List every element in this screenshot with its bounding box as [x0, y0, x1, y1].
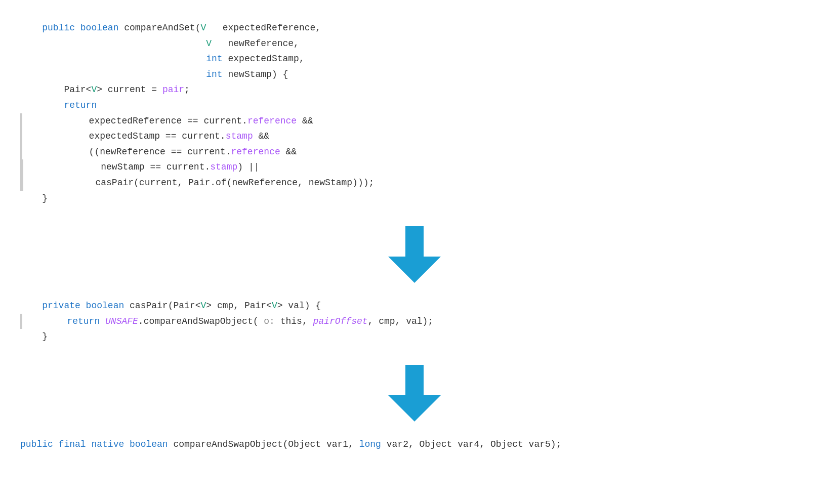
code-line-8: expectedStamp == current.stamp && — [20, 129, 809, 144]
arrow-2 — [20, 365, 809, 422]
code-line-15: } — [20, 329, 809, 345]
code-line-11: casPair(current, Pair.of(newReference, n… — [20, 175, 809, 191]
down-arrow-1 — [388, 226, 441, 283]
code-section-1: public boolean compareAndSet(V expectedR… — [20, 15, 809, 211]
arrow-1 — [20, 226, 809, 283]
code-section-3: public final native boolean compareAndSw… — [20, 432, 809, 457]
code-line-2: V newReference, — [20, 36, 809, 52]
code-line-9: ((newReference == current.reference && — [20, 144, 809, 160]
code-line-10: newStamp == current.stamp) || — [20, 159, 809, 175]
code-section-2: private boolean casPair(Pair<V> cmp, Pai… — [20, 293, 809, 350]
code-line-7: expectedReference == current.reference &… — [20, 113, 809, 129]
code-line-12: } — [20, 191, 809, 206]
code-line-14: return UNSAFE.compareAndSwapObject( o: t… — [20, 314, 809, 329]
code-line-5: Pair<V> current = pair; — [20, 82, 809, 98]
code-line-13: private boolean casPair(Pair<V> cmp, Pai… — [20, 298, 809, 314]
code-line-3: int expectedStamp, — [20, 51, 809, 67]
code-line-6: return — [20, 98, 809, 113]
code-line-4: int newStamp) { — [20, 67, 809, 82]
code-line-1: public boolean compareAndSet(V expectedR… — [20, 20, 809, 36]
code-line-16: public final native boolean compareAndSw… — [20, 437, 809, 452]
main-content: public boolean compareAndSet(V expectedR… — [20, 15, 809, 457]
down-arrow-2 — [388, 365, 441, 422]
